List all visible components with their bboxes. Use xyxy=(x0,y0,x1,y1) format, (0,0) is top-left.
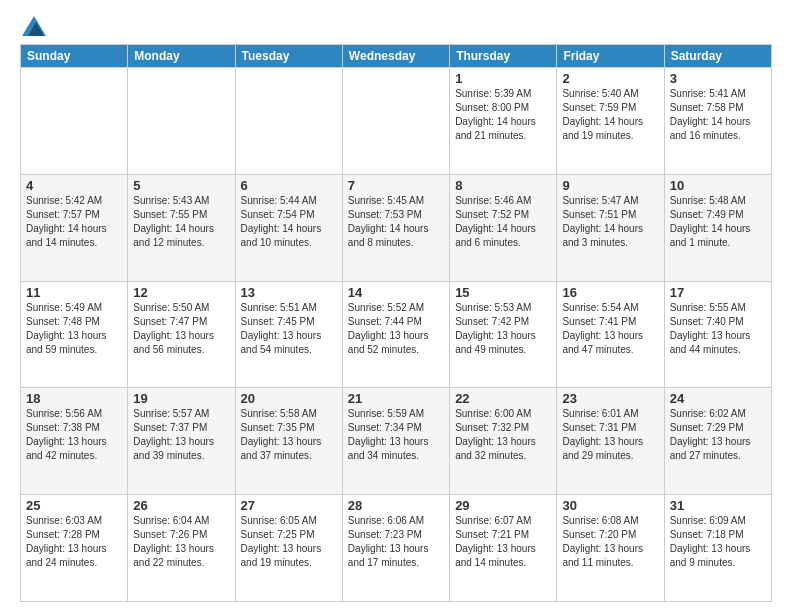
day-info: Sunrise: 5:59 AMSunset: 7:34 PMDaylight:… xyxy=(348,407,444,463)
weekday-wednesday: Wednesday xyxy=(342,45,449,68)
header xyxy=(20,16,772,36)
day-number: 16 xyxy=(562,285,658,300)
weekday-thursday: Thursday xyxy=(450,45,557,68)
day-info: Sunrise: 5:45 AMSunset: 7:53 PMDaylight:… xyxy=(348,194,444,250)
calendar-cell: 30Sunrise: 6:08 AMSunset: 7:20 PMDayligh… xyxy=(557,495,664,602)
day-info: Sunrise: 6:04 AMSunset: 7:26 PMDaylight:… xyxy=(133,514,229,570)
calendar-cell xyxy=(128,68,235,175)
day-info: Sunrise: 5:58 AMSunset: 7:35 PMDaylight:… xyxy=(241,407,337,463)
calendar-cell xyxy=(21,68,128,175)
calendar-row-4: 18Sunrise: 5:56 AMSunset: 7:38 PMDayligh… xyxy=(21,388,772,495)
calendar-row-2: 4Sunrise: 5:42 AMSunset: 7:57 PMDaylight… xyxy=(21,174,772,281)
day-info: Sunrise: 5:44 AMSunset: 7:54 PMDaylight:… xyxy=(241,194,337,250)
calendar-row-5: 25Sunrise: 6:03 AMSunset: 7:28 PMDayligh… xyxy=(21,495,772,602)
day-info: Sunrise: 6:07 AMSunset: 7:21 PMDaylight:… xyxy=(455,514,551,570)
day-info: Sunrise: 5:48 AMSunset: 7:49 PMDaylight:… xyxy=(670,194,766,250)
calendar-cell: 31Sunrise: 6:09 AMSunset: 7:18 PMDayligh… xyxy=(664,495,771,602)
day-info: Sunrise: 6:05 AMSunset: 7:25 PMDaylight:… xyxy=(241,514,337,570)
day-number: 24 xyxy=(670,391,766,406)
day-number: 2 xyxy=(562,71,658,86)
calendar-cell: 26Sunrise: 6:04 AMSunset: 7:26 PMDayligh… xyxy=(128,495,235,602)
calendar-cell: 20Sunrise: 5:58 AMSunset: 7:35 PMDayligh… xyxy=(235,388,342,495)
day-info: Sunrise: 6:03 AMSunset: 7:28 PMDaylight:… xyxy=(26,514,122,570)
day-number: 19 xyxy=(133,391,229,406)
calendar-cell: 21Sunrise: 5:59 AMSunset: 7:34 PMDayligh… xyxy=(342,388,449,495)
day-number: 22 xyxy=(455,391,551,406)
calendar-cell: 18Sunrise: 5:56 AMSunset: 7:38 PMDayligh… xyxy=(21,388,128,495)
day-info: Sunrise: 5:47 AMSunset: 7:51 PMDaylight:… xyxy=(562,194,658,250)
day-info: Sunrise: 5:56 AMSunset: 7:38 PMDaylight:… xyxy=(26,407,122,463)
calendar-cell: 1Sunrise: 5:39 AMSunset: 8:00 PMDaylight… xyxy=(450,68,557,175)
day-number: 15 xyxy=(455,285,551,300)
calendar-cell: 3Sunrise: 5:41 AMSunset: 7:58 PMDaylight… xyxy=(664,68,771,175)
day-info: Sunrise: 6:02 AMSunset: 7:29 PMDaylight:… xyxy=(670,407,766,463)
calendar-cell xyxy=(342,68,449,175)
day-number: 21 xyxy=(348,391,444,406)
calendar-cell: 29Sunrise: 6:07 AMSunset: 7:21 PMDayligh… xyxy=(450,495,557,602)
day-info: Sunrise: 6:06 AMSunset: 7:23 PMDaylight:… xyxy=(348,514,444,570)
calendar-row-1: 1Sunrise: 5:39 AMSunset: 8:00 PMDaylight… xyxy=(21,68,772,175)
day-number: 20 xyxy=(241,391,337,406)
calendar-cell: 17Sunrise: 5:55 AMSunset: 7:40 PMDayligh… xyxy=(664,281,771,388)
calendar-cell: 28Sunrise: 6:06 AMSunset: 7:23 PMDayligh… xyxy=(342,495,449,602)
calendar-cell: 15Sunrise: 5:53 AMSunset: 7:42 PMDayligh… xyxy=(450,281,557,388)
day-number: 7 xyxy=(348,178,444,193)
day-info: Sunrise: 5:51 AMSunset: 7:45 PMDaylight:… xyxy=(241,301,337,357)
calendar-cell: 25Sunrise: 6:03 AMSunset: 7:28 PMDayligh… xyxy=(21,495,128,602)
day-number: 27 xyxy=(241,498,337,513)
day-info: Sunrise: 5:52 AMSunset: 7:44 PMDaylight:… xyxy=(348,301,444,357)
day-number: 9 xyxy=(562,178,658,193)
calendar-cell: 24Sunrise: 6:02 AMSunset: 7:29 PMDayligh… xyxy=(664,388,771,495)
calendar-cell xyxy=(235,68,342,175)
calendar-cell: 16Sunrise: 5:54 AMSunset: 7:41 PMDayligh… xyxy=(557,281,664,388)
day-number: 1 xyxy=(455,71,551,86)
weekday-header-row: SundayMondayTuesdayWednesdayThursdayFrid… xyxy=(21,45,772,68)
day-info: Sunrise: 6:01 AMSunset: 7:31 PMDaylight:… xyxy=(562,407,658,463)
weekday-saturday: Saturday xyxy=(664,45,771,68)
calendar-cell: 22Sunrise: 6:00 AMSunset: 7:32 PMDayligh… xyxy=(450,388,557,495)
day-number: 6 xyxy=(241,178,337,193)
day-number: 25 xyxy=(26,498,122,513)
day-number: 23 xyxy=(562,391,658,406)
calendar-cell: 11Sunrise: 5:49 AMSunset: 7:48 PMDayligh… xyxy=(21,281,128,388)
day-number: 8 xyxy=(455,178,551,193)
calendar-cell: 12Sunrise: 5:50 AMSunset: 7:47 PMDayligh… xyxy=(128,281,235,388)
day-info: Sunrise: 5:57 AMSunset: 7:37 PMDaylight:… xyxy=(133,407,229,463)
calendar-cell: 2Sunrise: 5:40 AMSunset: 7:59 PMDaylight… xyxy=(557,68,664,175)
day-number: 13 xyxy=(241,285,337,300)
day-number: 14 xyxy=(348,285,444,300)
calendar-cell: 23Sunrise: 6:01 AMSunset: 7:31 PMDayligh… xyxy=(557,388,664,495)
day-info: Sunrise: 5:49 AMSunset: 7:48 PMDaylight:… xyxy=(26,301,122,357)
weekday-tuesday: Tuesday xyxy=(235,45,342,68)
day-info: Sunrise: 5:43 AMSunset: 7:55 PMDaylight:… xyxy=(133,194,229,250)
day-info: Sunrise: 5:46 AMSunset: 7:52 PMDaylight:… xyxy=(455,194,551,250)
day-number: 10 xyxy=(670,178,766,193)
calendar-cell: 9Sunrise: 5:47 AMSunset: 7:51 PMDaylight… xyxy=(557,174,664,281)
day-number: 29 xyxy=(455,498,551,513)
day-number: 5 xyxy=(133,178,229,193)
calendar-cell: 6Sunrise: 5:44 AMSunset: 7:54 PMDaylight… xyxy=(235,174,342,281)
day-number: 26 xyxy=(133,498,229,513)
day-number: 18 xyxy=(26,391,122,406)
calendar-cell: 5Sunrise: 5:43 AMSunset: 7:55 PMDaylight… xyxy=(128,174,235,281)
day-info: Sunrise: 5:41 AMSunset: 7:58 PMDaylight:… xyxy=(670,87,766,143)
calendar-cell: 13Sunrise: 5:51 AMSunset: 7:45 PMDayligh… xyxy=(235,281,342,388)
calendar-cell: 19Sunrise: 5:57 AMSunset: 7:37 PMDayligh… xyxy=(128,388,235,495)
day-number: 30 xyxy=(562,498,658,513)
day-info: Sunrise: 5:39 AMSunset: 8:00 PMDaylight:… xyxy=(455,87,551,143)
calendar-row-3: 11Sunrise: 5:49 AMSunset: 7:48 PMDayligh… xyxy=(21,281,772,388)
calendar-cell: 10Sunrise: 5:48 AMSunset: 7:49 PMDayligh… xyxy=(664,174,771,281)
day-number: 17 xyxy=(670,285,766,300)
calendar-cell: 14Sunrise: 5:52 AMSunset: 7:44 PMDayligh… xyxy=(342,281,449,388)
weekday-monday: Monday xyxy=(128,45,235,68)
calendar-cell: 27Sunrise: 6:05 AMSunset: 7:25 PMDayligh… xyxy=(235,495,342,602)
day-number: 31 xyxy=(670,498,766,513)
calendar-cell: 7Sunrise: 5:45 AMSunset: 7:53 PMDaylight… xyxy=(342,174,449,281)
calendar-cell: 8Sunrise: 5:46 AMSunset: 7:52 PMDaylight… xyxy=(450,174,557,281)
page: SundayMondayTuesdayWednesdayThursdayFrid… xyxy=(0,0,792,612)
day-info: Sunrise: 5:54 AMSunset: 7:41 PMDaylight:… xyxy=(562,301,658,357)
day-info: Sunrise: 5:53 AMSunset: 7:42 PMDaylight:… xyxy=(455,301,551,357)
day-info: Sunrise: 5:42 AMSunset: 7:57 PMDaylight:… xyxy=(26,194,122,250)
weekday-sunday: Sunday xyxy=(21,45,128,68)
calendar-table: SundayMondayTuesdayWednesdayThursdayFrid… xyxy=(20,44,772,602)
